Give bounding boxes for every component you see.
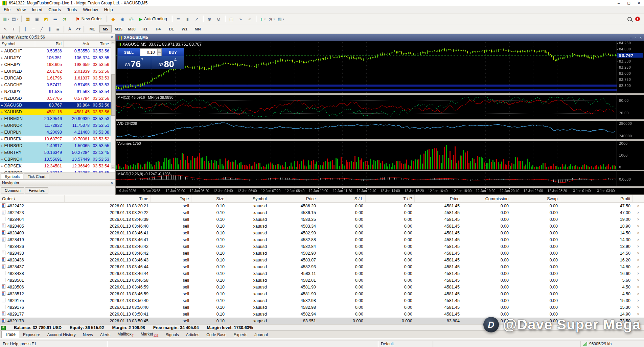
fibonacci-button[interactable]: ≣ [54,25,62,33]
market-watch-row[interactable]: ▸EURSEK10.6879710.7008103:53:52 [0,136,115,142]
close-order-button[interactable]: × [632,236,644,243]
close-order-button[interactable]: × [632,311,644,318]
trendline-button[interactable]: ╱ [38,25,45,33]
price-chart-canvas[interactable] [116,41,644,194]
market-watch-row[interactable]: ▸EURNOK11.7293211.7537803:53:51 [0,122,115,129]
orders-col-1[interactable]: Time [64,195,151,203]
col-bid[interactable]: Bid [35,41,64,47]
autotrading-button[interactable]: ▶AutoTrading [136,15,170,23]
terminal-tab-news[interactable]: News [79,331,96,338]
new-order-button[interactable]: ⚑New Order [73,15,105,23]
maximize-button[interactable] [624,0,634,6]
data-window-toggle-button[interactable]: ▣ [33,15,41,23]
vertical-line-button[interactable]: | [22,25,29,33]
scroll-down-icon[interactable] [111,165,115,169]
menu-insert[interactable]: Insert [29,7,45,13]
chart-bars-button[interactable]: ≡ [174,15,183,23]
order-row[interactable]: 48284372026.01.13 03:46:44sell0.10xauusd… [0,263,644,270]
chart-line-button[interactable]: ↗ [192,15,201,23]
timeframe-h4[interactable]: H4 [152,25,164,32]
market-watch-row[interactable]: ▸EURPLN4.206984.2146803:53:38 [0,129,115,136]
order-row[interactable]: 48285122026.01.13 03:46:59sell0.10xauusd… [0,291,644,297]
close-order-button[interactable]: × [632,270,644,277]
timeframe-d1[interactable]: D1 [165,25,178,32]
mql5-community-button[interactable]: ◉ [118,15,127,23]
sell-price[interactable]: 83 76 7 [118,56,151,69]
close-order-button[interactable]: × [632,263,644,270]
terminal-tab-mailbox[interactable]: Mailbox7 [114,331,137,338]
close-order-button[interactable]: × [632,297,644,304]
col-ask[interactable]: Ask [64,41,91,47]
equidistant-channel-button[interactable]: ∥ [46,25,53,33]
horizontal-line-button[interactable]: ─ [30,25,37,33]
order-row[interactable]: 48224232026.01.13 03:20:22sell0.10xauusd… [0,209,644,216]
text-label-button[interactable]: A [66,25,73,33]
strategy-tester-button[interactable]: ◔ [60,15,69,23]
chart-restore-icon[interactable]: ▫ [635,36,637,40]
timeframe-w1[interactable]: W1 [178,25,191,32]
timeframe-m30[interactable]: M30 [125,25,138,32]
buy-button[interactable]: BUY [162,48,184,56]
col-time[interactable]: Time [91,41,111,47]
navigator-tab-common[interactable]: Common [1,187,24,193]
menu-file[interactable]: File [1,7,14,13]
zoom-in-button[interactable]: ⊕ [205,15,214,23]
timeframe-mn[interactable]: MN [191,25,204,32]
close-order-button[interactable]: × [632,257,644,263]
cursor-button[interactable]: ↖ [2,25,9,33]
close-order-button[interactable]: × [632,230,644,236]
market-watch-row[interactable]: ▸XAGUSD83.76783.80403:53:56 [0,102,115,109]
terminal-tab-trade[interactable]: Trade [1,331,19,338]
menu-charts[interactable]: Charts [45,7,64,13]
account-plus-icon[interactable] [1,326,6,330]
timeframe-h1[interactable]: H1 [139,25,151,32]
order-row[interactable]: 48291752026.01.13 03:50:40sell0.10xauusd… [0,297,644,304]
templates-button[interactable]: ▨▾ [277,15,285,23]
market-watch-row[interactable]: ▸EURCAD1.617961.6183703:53:53 [0,75,115,82]
chart-close-icon[interactable]: × [640,36,642,40]
navigator-tab-favorites[interactable]: Favorites [25,187,48,193]
market-watch-row[interactable]: ▸AUDJPY106.351106.37403:53:55 [0,54,115,61]
terminal-tab-code-base[interactable]: Code Base [203,331,230,338]
scroll-up-icon[interactable] [111,41,115,44]
close-order-button[interactable]: × [632,304,644,311]
terminal-tab-experts[interactable]: Experts [230,331,251,338]
menu-tools[interactable]: Tools [64,7,80,13]
orders-col-8[interactable]: Price [414,195,462,203]
order-row[interactable]: 48284382026.01.13 03:46:44sell0.10xauusd… [0,270,644,277]
terminal-tab-alerts[interactable]: Alerts [97,331,114,338]
close-icon[interactable] [111,181,113,185]
profiles-button[interactable]: ▤▾ [11,15,19,23]
close-order-button[interactable]: × [632,318,644,324]
chart-candles-button[interactable]: ▮ [183,15,192,23]
crosshair-button[interactable]: + [10,25,17,33]
terminal-tab-articles[interactable]: Articles [183,331,203,338]
new-chart-button[interactable]: ▥▾ [2,15,10,23]
market-watch-row[interactable]: ▸CHFJPY198.605198.65903:53:56 [0,61,115,68]
minimize-button[interactable] [614,0,624,6]
orders-col-4[interactable]: Symbol [227,195,269,203]
search-icon[interactable] [627,17,632,21]
market-watch-row[interactable]: ▸CADCHF0.574710.5749503:53:53 [0,82,115,88]
spin-down-icon[interactable] [157,52,161,56]
market-watch-row[interactable]: ▸EURMXN20.8954620.9093903:53:53 [0,115,115,122]
terminal-tab-journal[interactable]: Journal [251,331,271,338]
order-row[interactable]: 48284332026.01.13 03:46:42sell0.10xauusd… [0,250,644,257]
orders-col-7[interactable]: T / P [365,195,414,203]
close-order-button[interactable]: × [632,250,644,257]
chart-titlebar[interactable]: XAGUSD,M5 – ▫ × [116,34,644,41]
market-watch-row[interactable]: ▸GBPNOK13.5569113.5744903:53:53 [0,156,115,163]
zoom-out-button[interactable]: ⊖ [214,15,223,23]
orders-col-10[interactable]: Swap [511,195,560,203]
market-watch-row[interactable]: ▸GBPSGD1.732171.7336703:53:55 [0,169,115,172]
order-row[interactable]: 48284362026.01.13 03:46:43sell0.10xauusd… [0,257,644,263]
close-order-button[interactable]: × [632,243,644,250]
close-icon[interactable] [111,35,113,40]
order-row[interactable]: 48284092026.01.13 03:46:41sell0.10xauusd… [0,230,644,236]
menu-window[interactable]: Window [80,7,101,13]
navigator-toggle-button[interactable]: ◩ [42,15,50,23]
periods-button[interactable]: ◷▾ [268,15,276,23]
close-order-button[interactable]: × [632,216,644,223]
indicators-button[interactable]: +▾ [258,15,267,23]
terminal-tab-exposure[interactable]: Exposure [20,331,44,338]
